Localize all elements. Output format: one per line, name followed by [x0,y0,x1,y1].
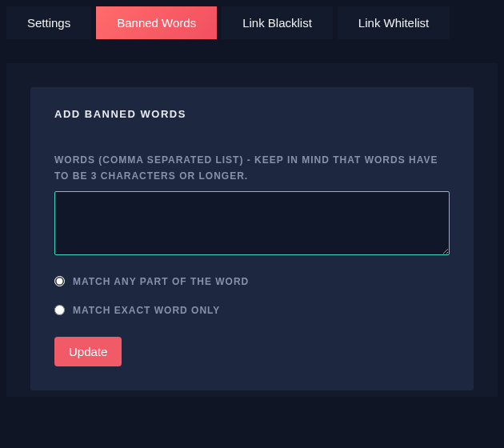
tab-link-whitelist[interactable]: Link Whitelist [338,6,450,39]
match-any-radio[interactable] [54,276,65,286]
tab-banned-words[interactable]: Banned Words [96,6,217,39]
tab-link-blacklist[interactable]: Link Blacklist [222,6,333,39]
match-exact-radio[interactable] [54,305,65,315]
panel-title: Add Banned Words [54,108,450,120]
match-any-label: Match any part of the word [73,276,249,287]
match-any-row[interactable]: Match any part of the word [54,276,450,287]
match-exact-label: Match exact word only [73,305,220,316]
match-exact-row[interactable]: Match exact word only [54,305,450,316]
tab-settings[interactable]: Settings [6,6,91,39]
words-field-label: Words (comma separated list) - Keep in m… [54,152,450,185]
tab-bar: Settings Banned Words Link Blacklist Lin… [6,6,498,39]
add-banned-words-panel: Add Banned Words Words (comma separated … [30,87,474,390]
words-input[interactable] [54,191,450,255]
update-button[interactable]: Update [54,337,122,366]
panel-container: Add Banned Words Words (comma separated … [6,63,498,397]
